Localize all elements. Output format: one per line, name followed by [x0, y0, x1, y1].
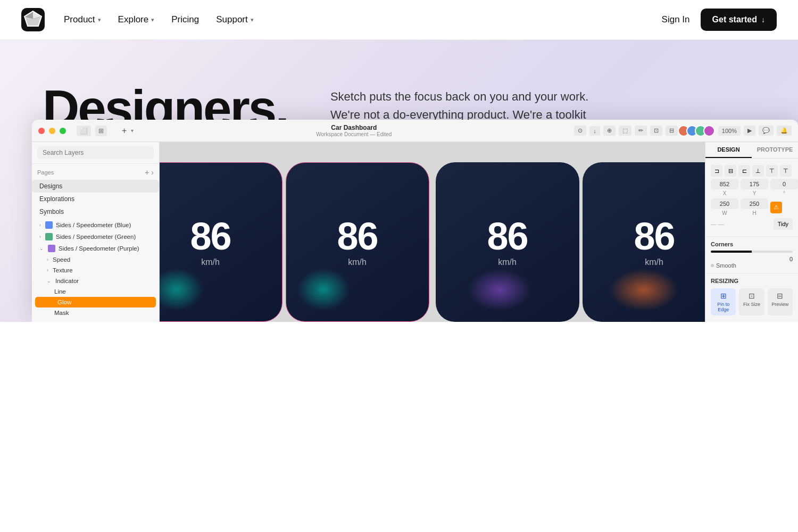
toolbar-icon-7[interactable]: ⊟ — [666, 126, 678, 136]
toolbar-icon-2[interactable]: ↓ — [589, 126, 600, 136]
resizing-title: RESIZING — [711, 278, 793, 284]
glow-teal-2 — [297, 268, 350, 311]
nav-right: Sign In Get started ↓ — [662, 9, 777, 31]
toolbar-icon-6[interactable]: ⊡ — [650, 126, 662, 136]
nav-product[interactable]: Product ▾ — [64, 14, 101, 25]
panel-xy-row: X Y ° — [711, 179, 793, 196]
toolbar-icon-1[interactable]: ⊙ — [574, 126, 586, 136]
preview-btn[interactable]: ⊟ Preview — [768, 288, 793, 315]
sidebar-toggle-icon[interactable]: ⬜ — [77, 126, 91, 136]
notification-btn[interactable]: 🔔 — [777, 126, 792, 136]
align-center-btn[interactable]: ⊟ — [725, 165, 736, 177]
canvas-area[interactable]: 86 km/h 86 km/h 86 km/ — [160, 142, 705, 322]
fix-size-btn[interactable]: ⊡ Fix Size — [739, 288, 764, 315]
nav-explore[interactable]: Explore ▾ — [118, 14, 155, 25]
traffic-light-green[interactable] — [60, 128, 66, 134]
layer-indicator[interactable]: ⌄ Indicator — [32, 276, 159, 286]
panel-position-section: ⊐ ⊟ ⊏ ⊥ ⊤ ⊤ X — [705, 159, 798, 237]
layer-color-icon-purple — [48, 245, 55, 252]
tab-design[interactable]: DESIGN — [705, 142, 752, 158]
nav-left: Product ▾ Explore ▾ Pricing Support ▾ — [21, 8, 254, 31]
sketch-logo-icon[interactable] — [21, 8, 45, 31]
layer-speedometer-purple[interactable]: ⌄ Sides / Speedometer (Purple) — [32, 243, 159, 254]
layer-speedometer-green[interactable]: › Sides / Speedometer (Green) — [32, 231, 159, 243]
expand-icon: ⌄ — [47, 278, 51, 284]
resizing-grid: ⊞ Pin to Edge ⊡ Fix Size ⊟ Preview — [711, 288, 793, 315]
pin-to-edge-btn[interactable]: ⊞ Pin to Edge — [711, 288, 736, 315]
rotation-input[interactable] — [770, 179, 798, 189]
product-chevron-icon: ▾ — [98, 16, 101, 23]
get-started-button[interactable]: Get started ↓ — [701, 9, 777, 31]
corner-slider[interactable] — [711, 251, 793, 253]
layer-glow[interactable]: Glow — [35, 297, 156, 307]
app-body: Pages + › Designs Explorations Symbols › — [32, 142, 798, 322]
play-btn[interactable]: ▶ — [744, 126, 755, 136]
layer-speedometer-blue[interactable]: › Sides / Speedometer (Blue) — [32, 219, 159, 231]
resizing-section: RESIZING ⊞ Pin to Edge ⊡ Fix Size — [705, 273, 798, 322]
nav-links: Product ▾ Explore ▾ Pricing Support ▾ — [64, 14, 254, 25]
app-titlebar: ⬜ ⊞ + ▾ Car Dashboard Workspace Document… — [32, 120, 798, 142]
traffic-light-red[interactable] — [38, 128, 45, 134]
sidebar: Pages + › Designs Explorations Symbols › — [32, 142, 160, 322]
titlebar-doc-info: Car Dashboard Workspace Document — Edite… — [138, 124, 570, 137]
align-left-btn[interactable]: ⊐ — [711, 165, 722, 177]
align-bottom-btn[interactable]: ⊤ — [780, 165, 792, 177]
expand-icon: › — [47, 268, 48, 273]
page-designs[interactable]: Designs — [32, 180, 159, 193]
comment-btn[interactable]: 💬 — [759, 126, 774, 136]
app-window: ⬜ ⊞ + ▾ Car Dashboard Workspace Document… — [32, 120, 798, 322]
sign-in-link[interactable]: Sign In — [662, 14, 690, 25]
align-top-btn[interactable]: ⊥ — [752, 165, 764, 177]
traffic-light-yellow[interactable] — [49, 128, 55, 134]
add-layer-btn[interactable]: + — [122, 126, 127, 136]
w-input[interactable] — [711, 198, 738, 209]
layer-texture[interactable]: › Texture — [32, 265, 159, 276]
speed-value-3: 86 — [487, 217, 527, 255]
layer-color-icon-blue — [45, 221, 53, 229]
add-page-icon[interactable]: + › — [145, 168, 154, 177]
smooth-option: Smooth — [711, 262, 793, 269]
nav-pricing[interactable]: Pricing — [171, 14, 199, 25]
speedometer-card-2[interactable]: 86 km/h — [286, 162, 429, 322]
speed-unit-1: km/h — [201, 257, 220, 267]
layer-dropdown-icon[interactable]: ▾ — [131, 128, 134, 134]
toolbar-icon-5[interactable]: ✏ — [635, 126, 647, 136]
titlebar-view-icons: ⬜ ⊞ — [77, 126, 107, 136]
h-label: H — [752, 210, 756, 216]
panel-tabs: DESIGN PROTOTYPE — [705, 142, 798, 159]
page-symbols[interactable]: Symbols — [32, 205, 159, 218]
pages-label: Pages + › — [37, 168, 154, 177]
nav-support[interactable]: Support ▾ — [216, 14, 254, 25]
speed-unit-4: km/h — [645, 257, 663, 267]
align-mid-btn[interactable]: ⊤ — [766, 165, 778, 177]
expand-icon: › — [39, 234, 41, 239]
page-explorations[interactable]: Explorations — [32, 193, 159, 205]
h-input[interactable] — [741, 198, 768, 209]
panel-align-row: ⊐ ⊟ ⊏ ⊥ ⊤ ⊤ — [711, 165, 793, 177]
speed-unit-2: km/h — [348, 257, 367, 267]
tidy-btn[interactable]: Tidy — [774, 218, 793, 230]
speed-value-4: 86 — [634, 217, 674, 255]
x-input[interactable] — [711, 179, 738, 189]
explore-chevron-icon: ▾ — [151, 16, 154, 23]
navigation: Product ▾ Explore ▾ Pricing Support ▾ Si… — [0, 0, 798, 40]
layer-line[interactable]: Line — [32, 286, 159, 297]
search-input[interactable] — [37, 146, 154, 159]
speedometer-card-4: 86 km/h — [583, 162, 705, 322]
zoom-display[interactable]: 100% — [718, 126, 741, 136]
y-input[interactable] — [741, 179, 768, 189]
layer-speed[interactable]: › Speed — [32, 254, 159, 265]
smooth-dot-icon — [711, 264, 714, 267]
tab-prototype[interactable]: PROTOTYPE — [752, 142, 798, 158]
hero-section: Designers, welcome home. Sketch puts the… — [0, 40, 798, 322]
doc-title: Car Dashboard — [138, 124, 570, 131]
speed-value-1: 86 — [190, 217, 230, 255]
layer-color-icon-green — [45, 233, 53, 240]
grid-view-icon[interactable]: ⊞ — [95, 126, 107, 136]
toolbar-icon-4[interactable]: ⬚ — [619, 126, 631, 136]
sidebar-pages-list: Designs Explorations Symbols — [32, 179, 159, 219]
align-right-btn[interactable]: ⊏ — [738, 165, 750, 177]
toolbar-icon-3[interactable]: ⊕ — [603, 126, 616, 136]
layer-mask[interactable]: Mask — [32, 307, 159, 318]
warning-btn[interactable]: ⚠ — [770, 202, 782, 213]
